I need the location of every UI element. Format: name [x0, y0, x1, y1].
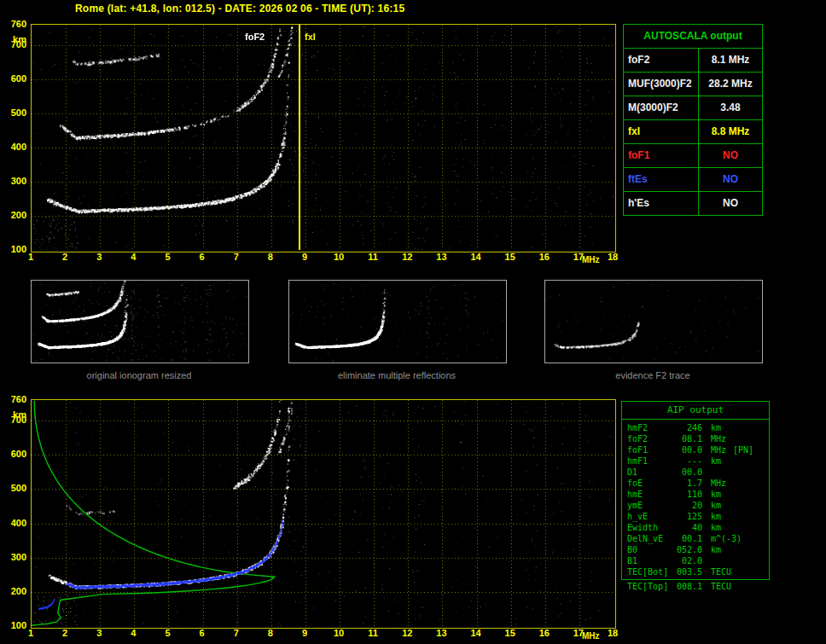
x-tick-label: 8 — [261, 252, 280, 262]
aip-param-value: 052.0 — [675, 544, 702, 555]
autoscala-output-table: AUTOSCALA output foF28.1 MHzMUF(3000)F22… — [623, 24, 763, 216]
aip-param-name: TEC[Top] — [627, 581, 675, 592]
autoscala-table-rows: foF28.1 MHzMUF(3000)F228.2 MHzM(3000)F23… — [624, 49, 762, 215]
aip-output-table: AIP output hmF2246kmfoF208.1MHzfoF100.0M… — [621, 401, 770, 580]
ionogram-canvas-bottom — [32, 400, 614, 626]
ionogram-canvas-top — [32, 25, 614, 250]
thumbnail-caption-eliminate: eliminate multiple reflections — [288, 370, 505, 380]
x-tick-label: 15 — [501, 252, 520, 262]
y-tick-label: 300 — [1, 176, 26, 186]
aip-row: foE1.7MHz — [622, 478, 769, 489]
x-tick-label: 11 — [364, 252, 382, 262]
aip-param-unit: km — [711, 422, 721, 433]
y-tick-label: 200 — [1, 586, 26, 596]
y-tick-label: 400 — [1, 142, 26, 152]
y-tick-label: 500 — [1, 107, 26, 118]
aip-param-name: hmF1 — [627, 455, 675, 467]
aip-param-name: hmF2 — [627, 422, 675, 433]
aip-param-name: ymE — [627, 500, 675, 511]
aip-row: B0052.0km — [622, 544, 769, 555]
x-tick-label: 3 — [90, 628, 108, 638]
aip-param-value: --- — [675, 455, 702, 467]
aip-row: hmF2246km — [622, 422, 769, 433]
x-tick-label: 12 — [398, 252, 416, 262]
thumbnail-caption-original: original ionogram resized — [31, 370, 247, 380]
aip-param-value: 246 — [675, 422, 702, 433]
aip-param-name: DelN_vE — [627, 533, 675, 544]
aip-param-value: 008.1 — [675, 581, 702, 592]
x-tick-label: 16 — [535, 628, 554, 638]
autoscala-row-label: MUF(3000)F2 — [624, 73, 699, 96]
x-tick-label: 18 — [603, 628, 622, 638]
x-tick-label: 13 — [432, 252, 451, 262]
aip-param-unit: MHz — [711, 433, 726, 444]
x-tick-label: 5 — [158, 252, 177, 262]
x-tick-label: 15 — [501, 628, 520, 638]
bottom-plot-x-axis: 123456789101112131415161718MHz — [0, 628, 826, 641]
aip-param-name: foF2 — [627, 433, 675, 444]
x-tick-label: 12 — [398, 628, 416, 638]
aip-row: foF208.1MHz — [622, 433, 769, 444]
aip-param-name: TEC[Bot] — [627, 566, 675, 577]
autoscala-row: foF1NO — [624, 144, 762, 168]
x-tick-label: 4 — [124, 628, 143, 638]
aip-param-name: B1 — [627, 555, 675, 566]
x-axis-unit-label: MHz — [582, 255, 600, 264]
aip-param-value: 40 — [675, 522, 702, 533]
aip-param-value: 110 — [675, 489, 702, 500]
aip-row: h_vE125km — [622, 511, 769, 522]
aip-param-name: B0 — [627, 544, 675, 555]
aip-row: TEC[Bot]003.5TECU — [622, 566, 769, 577]
x-tick-label: 13 — [432, 628, 451, 638]
autoscala-row-label: h'Es — [624, 192, 699, 215]
aip-param-value: 08.1 — [675, 433, 702, 444]
top-plot-x-axis: 123456789101112131415161718MHz — [0, 252, 826, 265]
autoscala-row: M(3000)F23.48 — [624, 96, 762, 120]
fxi-annotation-label: fxI — [305, 32, 316, 42]
aip-row: foF100.0MHz[PN] — [622, 444, 769, 455]
x-tick-label: 8 — [261, 628, 280, 638]
x-tick-label: 14 — [467, 252, 486, 262]
aip-param-value: 20 — [675, 500, 702, 511]
header-title: Rome (lat: +41.8, lon: 012.5) - DATE: 20… — [75, 3, 404, 15]
ionogram-plot-top: foF2 fxI — [31, 24, 616, 252]
y-tick-label: 200 — [1, 210, 26, 220]
x-tick-label: 7 — [227, 628, 246, 638]
y-tick-label: 500 — [1, 483, 26, 493]
aip-param-unit: TECU — [711, 581, 731, 592]
aip-param-value: 00.0 — [675, 444, 702, 455]
x-tick-label: 1 — [21, 628, 40, 638]
y-tick-label: 600 — [1, 449, 26, 459]
fxi-marker-line — [299, 25, 300, 250]
aip-param-value: 00.1 — [675, 533, 702, 544]
autoscala-row-label: foF2 — [624, 49, 699, 72]
aip-param-name: Ewidth — [627, 522, 675, 533]
x-tick-label: 7 — [227, 252, 246, 262]
thumbnail-eliminate-reflections — [288, 280, 507, 363]
autoscala-row-value: NO — [699, 168, 762, 191]
y-tick-label: 760 — [1, 19, 26, 29]
aip-row: TEC[Top]008.1TECU — [622, 581, 767, 592]
y-axis-unit-label: km — [1, 34, 26, 44]
x-tick-label: 9 — [295, 252, 314, 262]
aip-param-unit: km — [711, 522, 721, 533]
y-axis-unit-label: km — [1, 409, 26, 420]
autoscala-row-label: M(3000)F2 — [624, 96, 699, 119]
aip-row: hmF1---km — [622, 455, 769, 467]
aip-param-name: h_vE — [627, 511, 675, 522]
aip-param-unit: km — [711, 500, 721, 511]
aip-tec-top-row: TEC[Top]008.1TECU — [622, 581, 767, 592]
aip-param-name: foE — [627, 478, 675, 489]
autoscala-row-label: ftEs — [624, 168, 699, 191]
autoscala-row-value: 28.2 MHz — [699, 73, 762, 96]
x-tick-label: 2 — [55, 628, 74, 638]
y-tick-label: 300 — [1, 552, 26, 562]
aip-param-unit: m^(-3) — [711, 533, 742, 544]
autoscala-row: h'EsNO — [624, 192, 762, 215]
x-tick-label: 18 — [603, 252, 622, 262]
thumbnail-canvas-eliminate — [289, 281, 504, 361]
aip-param-unit: TECU — [711, 566, 731, 577]
autoscala-row-label: foF1 — [624, 144, 699, 167]
thumbnail-caption-evidence: evidence F2 trace — [544, 370, 761, 380]
x-tick-label: 14 — [467, 628, 486, 638]
